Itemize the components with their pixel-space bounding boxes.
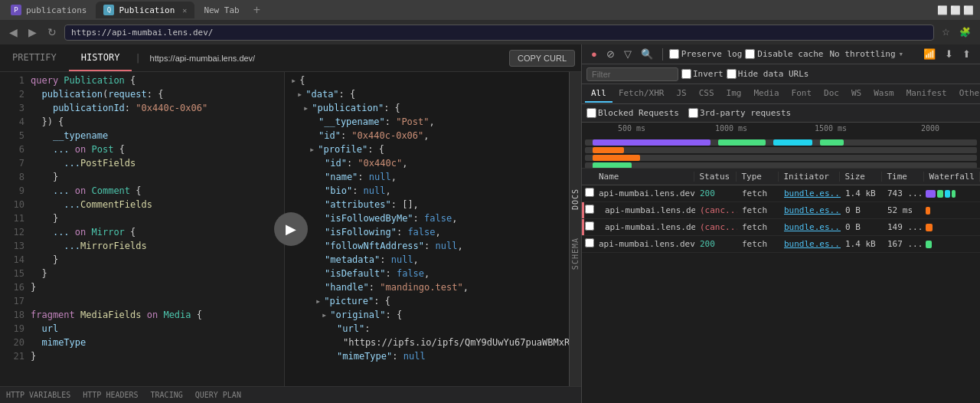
- no-throttling-label: No throttling: [829, 49, 895, 59]
- type-tab-manifest[interactable]: Manifest: [900, 85, 953, 103]
- response-line: "__typename": "Post",: [285, 116, 569, 130]
- tracing-tab[interactable]: TRACING: [151, 391, 183, 399]
- row-checkbox[interactable]: [585, 188, 594, 197]
- upload-icon-btn[interactable]: ⬆: [959, 47, 974, 61]
- query-line: 18fragment MediaFields on Media {: [0, 310, 284, 323]
- td-time: 167 ...: [883, 239, 925, 249]
- td-type: fetch: [737, 222, 779, 232]
- type-tab-fetch-xhr[interactable]: Fetch/XHR: [612, 85, 671, 103]
- row-checkbox[interactable]: [585, 238, 594, 247]
- timeline-label-1000: 1000 ms: [681, 124, 781, 133]
- query-line: 7 ...PostFields: [0, 158, 284, 172]
- net-blocked-row: Blocked Requests 3rd-party requests: [582, 104, 980, 123]
- timeline-row-1: [585, 139, 977, 146]
- response-line: ▸"profile": {: [285, 144, 569, 158]
- tab-publications[interactable]: P publications: [3, 2, 94, 18]
- tab-add-button[interactable]: +: [249, 3, 265, 17]
- net-type-tabs: All Fetch/XHR JS CSS Img Media Font Doc …: [582, 84, 980, 104]
- td-type: fetch: [737, 188, 779, 198]
- schema-tab[interactable]: SCHEMA: [570, 231, 581, 276]
- net-table-body: api-mumbai.lens.dev 200 fetch bundle.es.…: [582, 185, 980, 403]
- response-line: "id": "0x440c-0x06",: [285, 130, 569, 144]
- tab-close-publication[interactable]: ✕: [182, 6, 187, 15]
- refresh-button[interactable]: ↻: [44, 25, 60, 40]
- table-row[interactable]: api-mumbai.lens.dev 200 fetch bundle.es.…: [582, 236, 980, 253]
- docs-tab[interactable]: DOCS: [570, 182, 581, 216]
- type-tab-wasm[interactable]: Wasm: [867, 85, 900, 103]
- copy-curl-button[interactable]: COPY CURL: [509, 50, 575, 67]
- tab-publication[interactable]: Q Publication ✕: [96, 2, 194, 18]
- td-waterfall: [925, 185, 980, 202]
- th-initiator: Initiator: [779, 172, 840, 182]
- table-row[interactable]: api-mumbai.lens.dev (canc... fetch bundl…: [582, 202, 980, 219]
- tab-new-tab[interactable]: New Tab: [196, 2, 247, 18]
- query-line: 4 }) {: [0, 116, 284, 130]
- query-line: 6 ... on Post {: [0, 144, 284, 158]
- url-input[interactable]: [144, 54, 509, 63]
- type-tab-ws[interactable]: WS: [845, 85, 867, 103]
- td-size: 0 B: [841, 222, 883, 232]
- preserve-log-checkbox[interactable]: Preserve log: [669, 49, 742, 59]
- response-line: "isFollowing": false,: [285, 227, 569, 241]
- wifi-icon-btn[interactable]: 📶: [920, 47, 939, 61]
- query-plan-tab[interactable]: QUERY PLAN: [195, 391, 241, 399]
- address-input[interactable]: [64, 25, 934, 41]
- bookmark-button[interactable]: ☆: [939, 25, 953, 39]
- row-checkbox[interactable]: [585, 205, 594, 214]
- tab-history[interactable]: HISTORY: [69, 44, 132, 71]
- blocked-requests-checkbox[interactable]: Blocked Requests: [586, 108, 679, 118]
- toolbar-buttons: ☆ 🧩: [939, 25, 974, 39]
- disable-cache-checkbox[interactable]: Disable cache: [745, 49, 823, 59]
- type-tab-all[interactable]: All: [585, 85, 612, 103]
- type-tab-img[interactable]: Img: [720, 85, 748, 103]
- td-name: api-mumbai.lens.dev: [594, 222, 695, 233]
- tab-prettify[interactable]: PRETTIFY: [0, 44, 69, 71]
- devtools-close-btn[interactable]: ●: [588, 47, 600, 61]
- response-line: "followNftAddress": null,: [285, 241, 569, 254]
- type-tab-other[interactable]: Other: [953, 85, 980, 103]
- http-variables-tab[interactable]: HTTP VARIABLES: [6, 391, 70, 399]
- type-tab-doc[interactable]: Doc: [818, 85, 845, 103]
- td-status: (canc...: [695, 222, 737, 232]
- query-line: 12 ... on Mirror {: [0, 227, 284, 241]
- response-line: "url":: [285, 323, 569, 337]
- invert-checkbox[interactable]: Invert: [681, 69, 724, 79]
- response-line: "id": "0x440c",: [285, 158, 569, 172]
- http-headers-tab[interactable]: HTTP HEADERS: [83, 391, 138, 399]
- table-row[interactable]: api-mumbai.lens.dev (canc... fetch bundl…: [582, 219, 980, 236]
- td-status: 200: [695, 188, 737, 198]
- devtools-filter-icon-btn[interactable]: ▽: [621, 47, 635, 61]
- type-tab-media[interactable]: Media: [747, 85, 785, 103]
- type-tab-js[interactable]: JS: [670, 85, 692, 103]
- query-panel: 1query Publication {2 publication(reques…: [0, 72, 284, 386]
- net-table-header: Name Status Type Initiator Size Time Wat…: [582, 169, 980, 185]
- bottom-bar: HTTP VARIABLES HTTP HEADERS TRACING QUER…: [0, 386, 581, 403]
- timeline-label-1500: 1500 ms: [781, 124, 880, 133]
- hide-data-urls-checkbox[interactable]: Hide data URLs: [727, 69, 809, 79]
- window-controls[interactable]: ⬜ ⬜ ⬜: [934, 4, 977, 17]
- th-type: Type: [737, 172, 779, 182]
- td-name: api-mumbai.lens.dev: [594, 188, 695, 198]
- type-tab-css[interactable]: CSS: [693, 85, 720, 103]
- td-status: (canc...: [695, 205, 737, 215]
- response-line: ▸"publication": {: [285, 103, 569, 116]
- run-button[interactable]: ▶: [274, 212, 308, 246]
- td-name: api-mumbai.lens.dev: [594, 205, 695, 216]
- response-line: ▸"data": {: [285, 89, 569, 103]
- row-checkbox[interactable]: [585, 221, 594, 231]
- td-status: 200: [695, 239, 737, 249]
- dt-separator-1: [662, 48, 663, 61]
- td-type: fetch: [737, 239, 779, 249]
- timeline-labels: 500 ms 1000 ms 1500 ms 2000: [582, 124, 980, 133]
- devtools-block-btn[interactable]: ⊘: [603, 47, 618, 61]
- table-row[interactable]: api-mumbai.lens.dev 200 fetch bundle.es.…: [582, 185, 980, 202]
- back-button[interactable]: ◀: [6, 25, 21, 40]
- download-icon-btn[interactable]: ⬇: [942, 47, 956, 61]
- extensions-button[interactable]: 🧩: [956, 25, 974, 39]
- third-party-checkbox[interactable]: 3rd-party requests: [688, 108, 791, 118]
- forward-button[interactable]: ▶: [25, 25, 40, 40]
- type-tab-font[interactable]: Font: [786, 85, 818, 103]
- devtools-search-btn[interactable]: 🔍: [638, 47, 656, 61]
- td-waterfall: [925, 219, 980, 236]
- filter-input[interactable]: [586, 67, 678, 81]
